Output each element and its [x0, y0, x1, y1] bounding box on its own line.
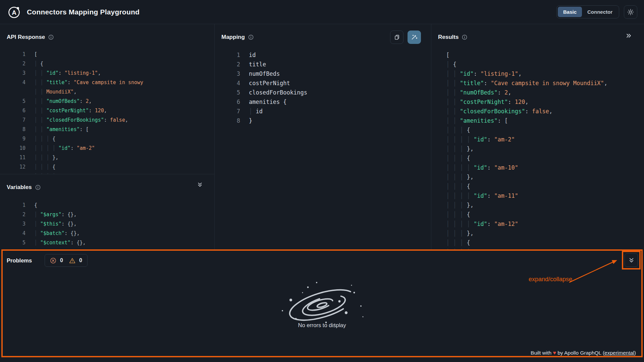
annotation-arrow	[566, 254, 623, 286]
info-icon	[462, 35, 467, 40]
info-icon	[35, 185, 41, 190]
chevrons-down-icon	[197, 182, 203, 188]
results-viewer[interactable]: [│ {│ │ "id": "listing-1",│ │ "title": "…	[446, 50, 643, 250]
results-collapse-button[interactable]	[626, 33, 632, 39]
variables-panel: Variables 1{2│ "$args": {},3│ "$this": {…	[0, 174, 214, 250]
error-count: 0	[60, 257, 63, 263]
footer-prefix: Built with	[531, 350, 551, 356]
toggle-connector-button[interactable]: Connector	[582, 7, 618, 17]
theme-toggle-button[interactable]	[624, 5, 637, 19]
mapping-editor[interactable]: 1id2title3numOfBeds4costPerNight5closedF…	[221, 50, 430, 250]
results-title: Results	[438, 34, 459, 41]
warning-triangle-icon	[69, 257, 75, 264]
connectors-mapping-playground: A Connectors Mapping Playground Basic Co…	[0, 0, 644, 362]
app-header: A Connectors Mapping Playground Basic Co…	[0, 0, 644, 24]
results-panel: Results [│ {│ │ "id": "listing-1",│ │ "t…	[431, 24, 644, 250]
mapping-title: Mapping	[221, 34, 245, 41]
experimental-link[interactable]: experimental	[604, 350, 634, 356]
page-title: Connectors Mapping Playground	[27, 8, 140, 16]
problems-expand-collapse-button[interactable]	[625, 253, 638, 267]
variables-collapse-button[interactable]	[197, 182, 203, 188]
info-icon	[248, 35, 254, 40]
info-icon	[48, 35, 54, 40]
heart-icon: ♥	[553, 350, 556, 356]
chevrons-right-icon	[626, 33, 632, 39]
api-response-title: API Response	[7, 34, 45, 41]
auto-generate-mapping-button[interactable]	[408, 31, 421, 44]
copy-icon	[394, 34, 400, 41]
api-response-editor[interactable]: 1[2│ {3│ │ "id": "listing-1",4│ │ "title…	[7, 50, 214, 174]
magic-wand-icon	[411, 34, 418, 41]
footer: Built with ♥ by Apollo GraphQL (experime…	[531, 350, 636, 356]
annotation-label: expand/collapse	[529, 276, 572, 283]
footer-suffix: )	[634, 350, 636, 356]
warning-count: 0	[79, 257, 82, 263]
svg-text:A: A	[12, 9, 16, 16]
mode-toggle: Basic Connector	[556, 5, 619, 18]
problems-panel: Problems 0 0 expand/collaps	[0, 250, 644, 362]
problems-counts-badge: 0 0	[45, 254, 88, 267]
footer-middle: by Apollo GraphQL (	[557, 350, 604, 356]
toggle-basic-button[interactable]: Basic	[558, 7, 582, 17]
variables-editor[interactable]: 1{2│ "$args": {},3│ "$this": {},4│ "$bat…	[7, 200, 214, 250]
error-circle-icon	[50, 257, 56, 264]
left-column: API Response 1[2│ {3│ │ "id": "listing-1…	[0, 24, 215, 250]
sun-icon	[627, 9, 634, 15]
api-response-panel: API Response 1[2│ {3│ │ "id": "listing-1…	[0, 24, 214, 174]
variables-title: Variables	[7, 184, 32, 191]
problems-title: Problems	[7, 257, 32, 264]
copy-mapping-button[interactable]	[390, 31, 404, 44]
apollo-logo-icon: A	[7, 5, 21, 19]
chevrons-down-icon	[628, 257, 635, 263]
empty-state-message: No errors to display	[0, 322, 644, 328]
mapping-panel: Mapping 1id2title3numOfBeds4	[215, 24, 431, 250]
